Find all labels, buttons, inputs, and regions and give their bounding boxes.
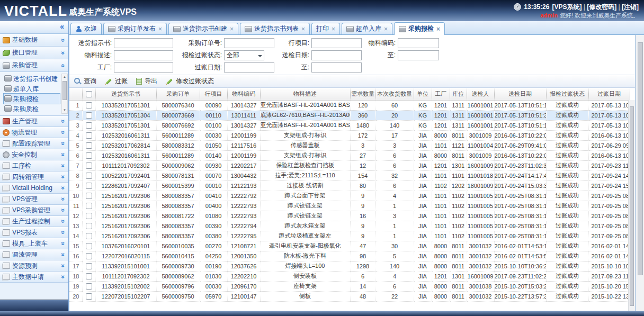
- inspect-date-to-input[interactable]: [398, 50, 439, 60]
- tab-送货指示书列表[interactable]: 送货指示书列表×: [240, 23, 310, 34]
- table-row[interactable]: 1112516201709230658000833570040012222793…: [69, 201, 630, 211]
- sidebar-item[interactable]: 配置跟踪管理»: [0, 138, 68, 149]
- post-date-from-input[interactable]: [224, 62, 274, 73]
- sidebar-item[interactable]: VPS报表»: [0, 227, 68, 238]
- sidebar-item[interactable]: 模具_上装车»: [0, 238, 68, 249]
- column-header-received_qty[interactable]: 本次收货数量: [375, 88, 414, 100]
- tab-采购报检[interactable]: 采购报检×: [394, 22, 445, 35]
- scroll-thumb[interactable]: [638, 42, 643, 275]
- header-link[interactable]: [VPS系统]: [552, 3, 582, 11]
- table-row[interactable]: 210335201705130458000736690011013011411底…: [69, 110, 630, 120]
- row-checkbox[interactable]: [86, 263, 92, 269]
- header-link[interactable]: [修改密码]: [587, 3, 616, 11]
- sidebar-subitem[interactable]: 超单入库: [4, 84, 60, 94]
- row-checkbox[interactable]: [86, 213, 92, 219]
- table-row[interactable]: 510253201706281458000833120105012117516传…: [69, 140, 630, 150]
- close-icon[interactable]: ×: [384, 25, 388, 33]
- tab-打印[interactable]: 打印×: [311, 23, 340, 34]
- tab-超单入库[interactable]: 超单入库×: [342, 23, 392, 34]
- row-checkbox[interactable]: [86, 293, 92, 300]
- table-row[interactable]: 1911339201510200256000097960003012096170…: [69, 281, 630, 291]
- row-checkbox[interactable]: [86, 152, 92, 159]
- scroll-thumb[interactable]: [630, 106, 634, 306]
- po-number-input[interactable]: [224, 38, 274, 48]
- table-row[interactable]: 310335201705130158000766920010013014327亚…: [69, 120, 630, 130]
- sidebar-item[interactable]: VPS管理»: [0, 194, 68, 205]
- column-header-num[interactable]: [69, 88, 82, 100]
- tab-采购订单发布[interactable]: 采购订单发布×: [103, 23, 167, 34]
- row-checkbox[interactable]: [86, 273, 92, 279]
- sidebar-item[interactable]: 调漆管理»: [0, 249, 68, 260]
- column-header-po_no[interactable]: 采购订单: [156, 88, 200, 100]
- row-checkbox[interactable]: [86, 102, 92, 109]
- column-header-inspector[interactable]: 送检人: [467, 88, 494, 100]
- query-button[interactable]: 查询: [74, 77, 96, 86]
- inspect-date-from-input[interactable]: [311, 50, 362, 60]
- tab-欢迎[interactable]: 欢迎: [70, 23, 102, 34]
- sidebar-item[interactable]: 生产过程控制»: [0, 216, 68, 227]
- table-row[interactable]: 1012516201709230658000833570041012222792…: [69, 191, 630, 201]
- row-checkbox[interactable]: [86, 223, 92, 229]
- post-date-to-input[interactable]: [311, 62, 362, 73]
- modify-post-status-button[interactable]: 修改过账状态: [166, 77, 214, 86]
- scroll-up-icon[interactable]: ▲: [63, 74, 66, 80]
- sidebar-subitem[interactable]: 送货指示书创建: [4, 74, 60, 84]
- column-header-plant[interactable]: 工厂: [432, 88, 450, 100]
- row-checkbox[interactable]: [86, 233, 92, 239]
- row-checkbox[interactable]: [86, 122, 92, 129]
- column-header-line_item[interactable]: 行项目: [200, 88, 227, 100]
- column-header-inspect_date[interactable]: 送检日期: [494, 88, 546, 100]
- row-checkbox[interactable]: [86, 253, 92, 259]
- scroll-down-icon[interactable]: ▼: [63, 107, 66, 113]
- sidebar-subitem[interactable]: 采购质检: [4, 104, 60, 114]
- tab-送货指示书创建[interactable]: 送货指示书创建×: [168, 23, 238, 34]
- material-desc-input[interactable]: [114, 50, 173, 60]
- table-row[interactable]: 410253201606131156000112890003012001199支…: [69, 130, 630, 140]
- row-checkbox[interactable]: [86, 193, 92, 199]
- close-icon[interactable]: ×: [436, 25, 440, 33]
- row-checkbox[interactable]: [86, 112, 92, 119]
- plant-input[interactable]: [114, 62, 173, 73]
- column-header-post_status[interactable]: 报检过账状态: [546, 88, 588, 100]
- row-checkbox[interactable]: [86, 132, 92, 139]
- header-link[interactable]: [注销]: [622, 3, 639, 11]
- table-row[interactable]: 1510376201602010156000100350027012108721…: [69, 241, 630, 251]
- table-row[interactable]: 1711339201510100156000097300019012037626…: [69, 261, 630, 271]
- column-header-demand_qty[interactable]: 需求数量: [350, 88, 375, 100]
- table-row[interactable]: 1312516201709230658000833570039012222794…: [69, 221, 630, 231]
- table-row[interactable]: 710111201709230250000090620093012202217保…: [69, 160, 630, 170]
- table-row[interactable]: 1810111201709230258000890620103012202210…: [69, 271, 630, 281]
- sidebar-item[interactable]: 物流管理»: [0, 127, 68, 138]
- row-checkbox[interactable]: [86, 173, 92, 179]
- column-header-storage_loc[interactable]: 库位: [450, 88, 467, 100]
- row-checkbox[interactable]: [86, 203, 92, 209]
- close-icon[interactable]: ×: [332, 25, 335, 33]
- select-all-checkbox[interactable]: [86, 91, 92, 97]
- column-header-unit[interactable]: 单位: [414, 88, 432, 100]
- table-row[interactable]: 110335201705130158000763400009013014327亚…: [69, 100, 630, 110]
- column-header-material_desc[interactable]: 物料描述: [260, 88, 350, 100]
- sidebar-item[interactable]: 采购管理«: [0, 59, 68, 72]
- column-header-material_code[interactable]: 物料编码: [227, 88, 260, 100]
- table-row[interactable]: 912286201709240756000153990001012122193连…: [69, 180, 630, 191]
- line-item-input[interactable]: [311, 38, 362, 48]
- sidebar-collapse-button[interactable]: «: [0, 21, 68, 34]
- post-status-select[interactable]: 全部: [224, 50, 264, 60]
- post-button[interactable]: 过账: [105, 77, 128, 86]
- sidebar-item[interactable]: 主数据申请»: [0, 272, 68, 283]
- table-row[interactable]: 1612207201602011556000104150425012001350…: [69, 251, 630, 261]
- sidebar-item[interactable]: 基础数据»: [0, 34, 68, 47]
- row-checkbox[interactable]: [86, 243, 92, 249]
- sidebar-item[interactable]: Victall Holding»: [0, 183, 68, 194]
- close-icon[interactable]: ×: [301, 25, 305, 33]
- sidebar-item[interactable]: 资源预测»: [0, 260, 68, 272]
- table-row[interactable]: 1412516201709230658000833570038012222795…: [69, 231, 630, 241]
- row-checkbox[interactable]: [86, 162, 92, 169]
- sidebar-item[interactable]: 周转箱管理»: [0, 171, 68, 183]
- sidebar-item[interactable]: 工序检»: [0, 160, 68, 171]
- close-icon[interactable]: ×: [230, 25, 234, 33]
- page-scrollbar[interactable]: [636, 35, 644, 311]
- sidebar-item[interactable]: 安全控制»: [0, 149, 68, 160]
- row-checkbox[interactable]: [86, 142, 92, 149]
- table-row[interactable]: 2012207201510220756000097500597012100147…: [69, 291, 630, 301]
